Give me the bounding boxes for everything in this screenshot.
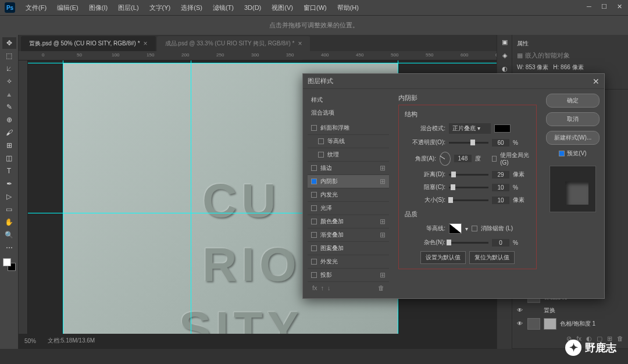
adjustments-panel-icon[interactable]: ◐ xyxy=(502,65,508,73)
dialog-titlebar[interactable]: 图层样式 ✕ xyxy=(303,74,604,89)
cancel-button[interactable]: 取消 xyxy=(546,112,600,126)
tab-close-icon[interactable]: × xyxy=(298,40,302,48)
stamp-tool-icon[interactable]: ⊞ xyxy=(2,140,16,151)
shape-tool-icon[interactable]: ▭ xyxy=(2,204,16,215)
style-row-内阴影[interactable]: 内阴影⊞ xyxy=(308,175,389,188)
style-row-投影[interactable]: 投影⊞ xyxy=(308,269,389,282)
document-tab-inactive[interactable]: 成品.psd @ 33.3% (CU RIO SITY 拷贝, RGB/8#) … xyxy=(157,36,311,51)
menu-help[interactable]: 帮助(H) xyxy=(333,1,363,15)
noise-input[interactable] xyxy=(492,239,509,247)
add-effect-icon[interactable]: ⊞ xyxy=(380,164,386,172)
add-effect-icon[interactable]: ⊞ xyxy=(380,231,386,239)
document-tab-active[interactable]: 置换.psd @ 50% (CU RIO SITY, RGB/8#) * × xyxy=(21,36,156,51)
blend-mode-dropdown[interactable]: 正片叠底 ▾ xyxy=(449,123,491,134)
add-effect-icon[interactable]: ⊞ xyxy=(380,217,386,226)
lasso-tool-icon[interactable]: ⟀ xyxy=(2,63,16,74)
size-slider[interactable] xyxy=(449,199,488,201)
choke-input[interactable] xyxy=(492,184,509,191)
style-row-斜面和浮雕[interactable]: 斜面和浮雕 xyxy=(308,122,389,135)
style-row-外发光[interactable]: 外发光 xyxy=(308,255,389,269)
layer-item[interactable]: 👁 置换 xyxy=(515,305,626,316)
reset-default-button[interactable]: 复位为默认值 xyxy=(469,251,515,264)
style-checkbox[interactable] xyxy=(318,138,324,144)
guide-vertical[interactable] xyxy=(191,60,191,334)
color-swatches[interactable] xyxy=(3,258,16,271)
visibility-icon[interactable]: 👁 xyxy=(517,320,524,327)
menu-view[interactable]: 视图(V) xyxy=(267,1,298,15)
style-checkbox[interactable] xyxy=(311,272,317,278)
prop-height[interactable]: 866 xyxy=(561,64,570,70)
style-checkbox[interactable] xyxy=(311,165,317,171)
shadow-color-swatch[interactable] xyxy=(494,124,511,133)
angle-input[interactable] xyxy=(454,155,472,162)
ruler-horizontal[interactable]: 0501001502002503003504004505005506006507… xyxy=(19,51,497,60)
visibility-icon[interactable]: 👁 xyxy=(517,307,524,314)
zoom-tool-icon[interactable]: 🔍 xyxy=(2,229,16,241)
style-row-等高线[interactable]: 等高线 xyxy=(308,135,389,148)
style-row-渐变叠加[interactable]: 渐变叠加⊞ xyxy=(308,229,389,242)
marquee-tool-icon[interactable]: ⬚ xyxy=(2,50,16,62)
path-tool-icon[interactable]: ▷ xyxy=(2,191,16,202)
style-row-图案叠加[interactable]: 图案叠加 xyxy=(308,242,389,255)
choke-slider[interactable] xyxy=(449,187,488,188)
prop-width[interactable]: 853 xyxy=(526,64,536,70)
styles-header[interactable]: 样式 xyxy=(308,94,389,106)
style-checkbox[interactable] xyxy=(311,125,317,131)
menu-3d[interactable]: 3D(D) xyxy=(240,2,266,13)
eyedropper-tool-icon[interactable]: ✎ xyxy=(2,101,16,113)
angle-dial[interactable] xyxy=(440,152,451,166)
style-checkbox[interactable] xyxy=(311,259,317,265)
layer-item[interactable]: 👁 色相/饱和度 1 xyxy=(515,316,626,331)
menu-file[interactable]: 文件(F) xyxy=(21,1,51,15)
distance-input[interactable] xyxy=(492,171,509,179)
history-panel-icon[interactable]: ▣ xyxy=(502,38,508,46)
dialog-close-icon[interactable]: ✕ xyxy=(593,77,600,86)
brush-tool-icon[interactable]: 🖌 xyxy=(2,127,16,138)
fx-add-icon[interactable]: fx xyxy=(312,284,317,291)
heal-tool-icon[interactable]: ⊕ xyxy=(2,114,16,126)
menu-edit[interactable]: 编辑(E) xyxy=(52,1,83,15)
tab-close-icon[interactable]: × xyxy=(144,40,148,48)
fx-up-icon[interactable]: ↑ xyxy=(321,284,324,291)
style-checkbox[interactable] xyxy=(311,179,317,184)
menu-layer[interactable]: 图层(L) xyxy=(113,1,143,15)
opacity-input[interactable] xyxy=(492,139,509,147)
blend-options-row[interactable]: 混合选项 xyxy=(308,106,389,119)
style-checkbox[interactable] xyxy=(311,219,317,224)
guide-horizontal[interactable] xyxy=(28,63,497,63)
ruler-vertical[interactable] xyxy=(19,60,28,334)
add-effect-icon[interactable]: ⊞ xyxy=(380,177,386,185)
style-checkbox[interactable] xyxy=(311,245,317,251)
hand-tool-icon[interactable]: ✋ xyxy=(2,216,16,228)
style-checkbox[interactable] xyxy=(318,152,324,158)
style-row-描边[interactable]: 描边⊞ xyxy=(308,162,389,175)
ok-button[interactable]: 确定 xyxy=(546,94,600,108)
distance-slider[interactable] xyxy=(449,174,488,176)
move-tool-icon[interactable]: ✥ xyxy=(2,37,16,49)
new-style-button[interactable]: 新建样式(W)... xyxy=(546,131,600,145)
fx-down-icon[interactable]: ↓ xyxy=(327,284,331,291)
delete-layer-icon[interactable]: 🗑 xyxy=(617,335,623,342)
global-light-checkbox[interactable] xyxy=(492,156,497,162)
minimize-icon[interactable]: ─ xyxy=(585,2,593,10)
style-checkbox[interactable] xyxy=(311,205,317,211)
style-row-颜色叠加[interactable]: 颜色叠加⊞ xyxy=(308,215,389,229)
menu-select[interactable]: 选择(S) xyxy=(176,1,207,15)
eraser-tool-icon[interactable]: ◫ xyxy=(2,152,16,164)
preview-checkbox[interactable] xyxy=(559,151,565,156)
type-tool-icon[interactable]: T xyxy=(2,165,16,177)
antialias-checkbox[interactable] xyxy=(472,226,477,231)
contour-picker[interactable] xyxy=(449,223,462,234)
guide-vertical[interactable] xyxy=(63,60,63,334)
add-effect-icon[interactable]: ⊞ xyxy=(380,271,386,279)
style-checkbox[interactable] xyxy=(311,192,317,198)
noise-slider[interactable] xyxy=(449,242,488,244)
menu-window[interactable]: 窗口(W) xyxy=(299,1,331,15)
wand-tool-icon[interactable]: ✧ xyxy=(2,76,16,87)
menu-image[interactable]: 图像(I) xyxy=(84,1,112,15)
menu-type[interactable]: 文字(Y) xyxy=(145,1,176,15)
pen-tool-icon[interactable]: ✒ xyxy=(2,178,16,190)
style-row-内发光[interactable]: 内发光 xyxy=(308,188,389,202)
color-panel-icon[interactable]: ◈ xyxy=(502,52,507,59)
zoom-level[interactable]: 50% xyxy=(24,338,36,344)
